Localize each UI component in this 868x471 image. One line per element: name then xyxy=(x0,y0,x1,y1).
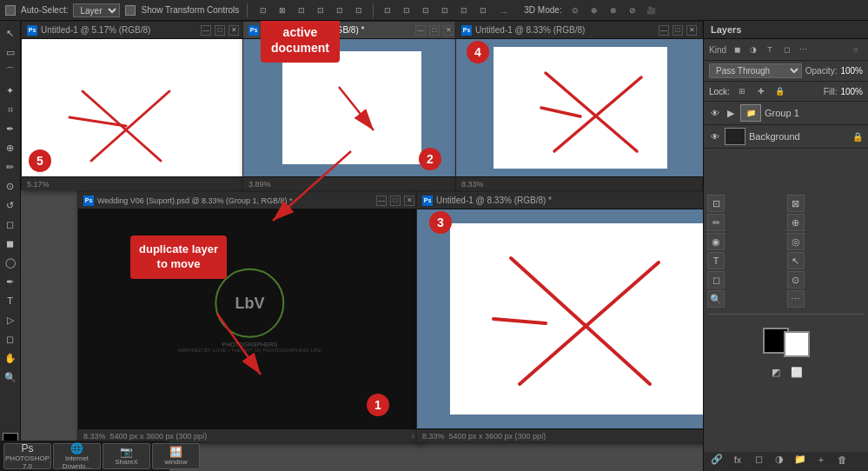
3d-icon-1[interactable]: ⊙ xyxy=(567,3,583,18)
magic-wand-tool[interactable]: ✦ xyxy=(2,82,19,99)
marquee-tool[interactable]: ▭ xyxy=(2,43,19,61)
align-right-icon[interactable]: ⊡ xyxy=(294,3,309,18)
distribute-icon-4[interactable]: ⊡ xyxy=(437,3,453,18)
taskbar-window[interactable]: 🪟 window xyxy=(152,443,200,469)
bg-swatch[interactable] xyxy=(784,331,810,357)
history-brush[interactable]: ↺ xyxy=(2,196,19,214)
taskbar-internet[interactable]: 🌐 InternetDownlo... xyxy=(53,443,101,469)
3d-icon-5[interactable]: 🎥 xyxy=(644,3,659,18)
tool-sec-7[interactable]: T xyxy=(707,252,725,269)
opacity-value[interactable]: 100% xyxy=(840,66,863,76)
gradient-tool[interactable]: ◼ xyxy=(2,235,19,252)
dodge-tool[interactable]: ◯ xyxy=(2,254,19,271)
distribute-icon-5[interactable]: ⊡ xyxy=(456,3,472,18)
align-top-icon[interactable]: ⊡ xyxy=(313,3,328,18)
align-center-icon[interactable]: ⊠ xyxy=(275,3,290,18)
filter-smart-icon[interactable]: ⋯ xyxy=(796,43,810,56)
lock-pixels-icon[interactable]: ⊞ xyxy=(735,84,749,98)
filter-pixel-icon[interactable]: ◼ xyxy=(730,43,744,56)
tool-sec-10[interactable]: ⊙ xyxy=(787,271,805,289)
lasso-tool[interactable]: ⌒ xyxy=(2,63,19,80)
adjustment-btn[interactable]: ◑ xyxy=(772,452,787,468)
move-tool[interactable]: ↖ xyxy=(2,24,19,42)
layer-eye-group1[interactable]: 👁 xyxy=(709,107,721,119)
toolbar-checkbox[interactable] xyxy=(5,5,16,16)
align-left-icon[interactable]: ⊡ xyxy=(255,3,271,18)
eraser-tool[interactable]: ◻ xyxy=(2,216,19,233)
eyedropper-tool[interactable]: ✒ xyxy=(2,120,19,137)
doc-close-4[interactable]: ✕ xyxy=(686,25,697,36)
tool-sec-5[interactable]: ◉ xyxy=(707,233,725,250)
tool-sec-12[interactable]: ⋯ xyxy=(787,290,805,308)
doc-minimize-1[interactable]: — xyxy=(201,25,211,36)
doc-close-1[interactable]: ✕ xyxy=(229,25,239,36)
doc-close-2[interactable]: ✕ xyxy=(443,25,454,36)
delete-layer-btn[interactable]: 🗑 xyxy=(834,452,850,468)
tool-sec-1[interactable]: ⊡ xyxy=(707,195,725,212)
distribute-icon-3[interactable]: ⊡ xyxy=(418,3,434,18)
tool-sec-9[interactable]: ◻ xyxy=(707,271,725,289)
lock-all-icon[interactable]: 🔒 xyxy=(773,84,787,98)
mask-btn[interactable]: ◻ xyxy=(751,452,766,468)
brush-tool[interactable]: ✏ xyxy=(2,158,19,176)
distribute-icon-6[interactable]: ⊡ xyxy=(475,3,491,18)
tool-sec-8[interactable]: ↖ xyxy=(787,252,805,269)
hand-tool[interactable]: ✋ xyxy=(2,349,19,367)
3d-icon-2[interactable]: ⊕ xyxy=(586,3,602,18)
layer-eye-background[interactable]: 👁 xyxy=(709,130,721,143)
screen-mode-icon[interactable]: ⬜ xyxy=(788,363,805,381)
doc-maximize-5[interactable]: □ xyxy=(390,196,401,206)
doc-minimize-5[interactable]: — xyxy=(376,196,387,206)
heal-tool[interactable]: ⊕ xyxy=(2,139,19,156)
new-layer-btn[interactable]: + xyxy=(813,452,829,468)
type-tool[interactable]: T xyxy=(2,292,19,309)
doc-title-text-4: Untitled-1 @ 8.33% (RGB/8) xyxy=(475,25,655,35)
filter-shape-icon[interactable]: ◻ xyxy=(779,43,793,56)
toolbar-sep-1 xyxy=(247,3,248,17)
doc-minimize-2[interactable]: — xyxy=(415,25,426,36)
doc-minimize-4[interactable]: — xyxy=(659,25,669,36)
group-btn[interactable]: 📁 xyxy=(792,452,808,468)
expand-group1-icon[interactable]: ▶ xyxy=(725,107,737,119)
doc-scroll-5[interactable]: › xyxy=(412,432,414,441)
taskbar-sharex[interactable]: 📷 ShareX xyxy=(103,443,150,469)
3d-icon-4[interactable]: ⊘ xyxy=(625,3,640,18)
more-options-icon[interactable]: ... xyxy=(496,3,512,18)
distribute-icon-2[interactable]: ⊡ xyxy=(399,3,414,18)
layer-item-background[interactable]: 👁 Background 🔒 xyxy=(704,125,868,149)
quick-mask-icon[interactable]: ◩ xyxy=(767,363,785,381)
taskbar-photoshop[interactable]: Ps PHOTOSHOP7.0 xyxy=(3,443,51,469)
svg-line-12 xyxy=(494,319,546,323)
tool-sec-4[interactable]: ⊕ xyxy=(787,214,805,231)
stamp-tool[interactable]: ⊙ xyxy=(2,177,19,195)
shape-tool[interactable]: ◻ xyxy=(2,330,19,348)
fill-value[interactable]: 100% xyxy=(840,87,863,96)
link-layers-btn[interactable]: 🔗 xyxy=(709,452,725,468)
doc-maximize-2[interactable]: □ xyxy=(429,25,440,36)
filter-adj-icon[interactable]: ◑ xyxy=(746,43,760,56)
tool-sec-2[interactable]: ⊠ xyxy=(787,195,805,212)
layer-style-btn[interactable]: fx xyxy=(730,452,745,468)
3d-icon-3[interactable]: ⊗ xyxy=(606,3,621,18)
tool-sec-6[interactable]: ◎ xyxy=(787,233,805,250)
lock-position-icon[interactable]: ✚ xyxy=(754,84,768,98)
crop-tool[interactable]: ⌗ xyxy=(2,101,19,118)
layer-item-group1[interactable]: 👁 ▶ 📁 Group 1 xyxy=(704,102,868,125)
layer-dropdown[interactable]: Layer xyxy=(73,3,120,17)
tool-sec-3[interactable]: ✏ xyxy=(707,214,725,231)
blend-mode-dropdown[interactable]: Pass Through xyxy=(709,63,802,78)
filter-toggle-icon[interactable]: ○ xyxy=(849,43,863,56)
align-mid-icon[interactable]: ⊡ xyxy=(332,3,348,18)
photoshop-label: PHOTOSHOP7.0 xyxy=(5,454,50,470)
doc-maximize-4[interactable]: □ xyxy=(673,25,683,36)
zoom-tool[interactable]: 🔍 xyxy=(2,368,19,386)
pen-tool[interactable]: ✒ xyxy=(2,273,19,290)
distribute-icon-1[interactable]: ⊡ xyxy=(380,3,395,18)
tool-sec-11[interactable]: 🔍 xyxy=(707,290,725,308)
transform-checkbox[interactable] xyxy=(125,5,136,16)
doc-close-5[interactable]: ✕ xyxy=(404,196,414,206)
doc-maximize-1[interactable]: □ xyxy=(215,25,225,36)
align-bottom-icon[interactable]: ⊡ xyxy=(351,3,367,18)
path-tool[interactable]: ▷ xyxy=(2,311,19,328)
filter-type-icon[interactable]: T xyxy=(763,43,777,56)
